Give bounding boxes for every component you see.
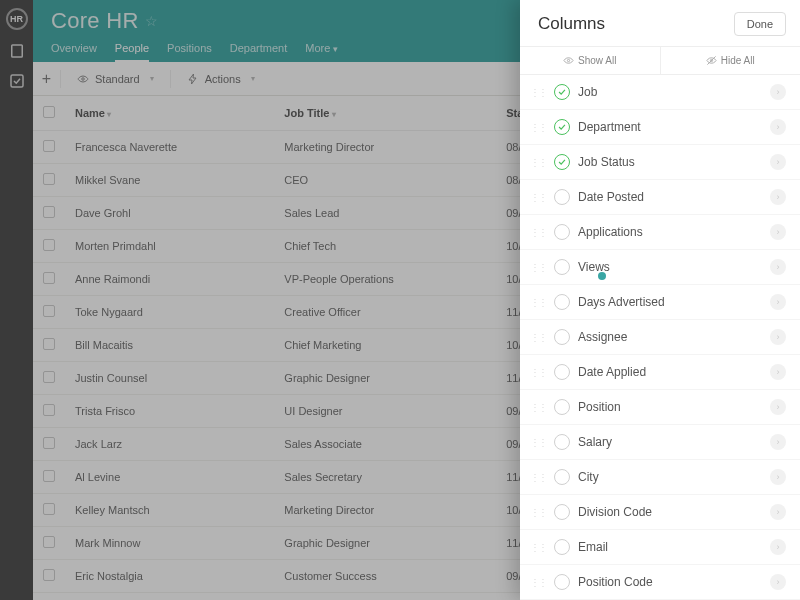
columns-panel: Columns Done Show All Hide All ⋮⋮ Job ›⋮… xyxy=(520,0,800,600)
column-label: Days Advertised xyxy=(578,295,762,309)
column-label: Division Code xyxy=(578,505,762,519)
chevron-right-icon[interactable]: › xyxy=(770,364,786,380)
circle-icon xyxy=(554,469,570,485)
chevron-right-icon[interactable]: › xyxy=(770,84,786,100)
drag-handle-icon[interactable]: ⋮⋮ xyxy=(530,157,546,168)
column-option[interactable]: ⋮⋮ Division Code › xyxy=(520,495,800,530)
circle-icon xyxy=(554,189,570,205)
circle-icon xyxy=(554,259,570,275)
show-all-button[interactable]: Show All xyxy=(520,47,661,74)
circle-icon xyxy=(554,399,570,415)
column-label: Salary xyxy=(578,435,762,449)
main-area: Core HR ☆ Overview People Positions Depa… xyxy=(33,0,800,600)
chevron-right-icon[interactable]: › xyxy=(770,329,786,345)
document-icon xyxy=(8,42,26,60)
drag-handle-icon[interactable]: ⋮⋮ xyxy=(530,332,546,343)
circle-icon xyxy=(554,224,570,240)
drag-handle-icon[interactable]: ⋮⋮ xyxy=(530,577,546,588)
circle-icon xyxy=(554,434,570,450)
chevron-right-icon[interactable]: › xyxy=(770,539,786,555)
chevron-right-icon[interactable]: › xyxy=(770,294,786,310)
columns-panel-actions: Show All Hide All xyxy=(520,46,800,75)
column-option[interactable]: ⋮⋮ Date Posted › xyxy=(520,180,800,215)
drag-handle-icon[interactable]: ⋮⋮ xyxy=(530,227,546,238)
done-button[interactable]: Done xyxy=(734,12,786,36)
drag-handle-icon[interactable]: ⋮⋮ xyxy=(530,192,546,203)
rail-item-doc[interactable] xyxy=(8,42,26,60)
eye-off-icon xyxy=(706,55,717,66)
column-option[interactable]: ⋮⋮ Position › xyxy=(520,390,800,425)
chevron-right-icon[interactable]: › xyxy=(770,189,786,205)
circle-icon xyxy=(554,539,570,555)
show-all-label: Show All xyxy=(578,55,616,66)
chevron-right-icon[interactable]: › xyxy=(770,434,786,450)
circle-icon xyxy=(554,364,570,380)
rail-item-check[interactable] xyxy=(8,72,26,90)
chevron-right-icon[interactable]: › xyxy=(770,259,786,275)
column-label: Views xyxy=(578,260,762,274)
column-option[interactable]: ⋮⋮ Applications › xyxy=(520,215,800,250)
column-label: Job Status xyxy=(578,155,762,169)
column-option[interactable]: ⋮⋮ Date Applied › xyxy=(520,355,800,390)
column-option[interactable]: ⋮⋮ City › xyxy=(520,460,800,495)
chevron-right-icon[interactable]: › xyxy=(770,574,786,590)
hide-all-label: Hide All xyxy=(721,55,755,66)
column-option[interactable]: ⋮⋮ Department › xyxy=(520,110,800,145)
app-logo[interactable]: HR xyxy=(6,8,28,30)
drag-handle-icon[interactable]: ⋮⋮ xyxy=(530,262,546,273)
drag-handle-icon[interactable]: ⋮⋮ xyxy=(530,367,546,378)
drag-handle-icon[interactable]: ⋮⋮ xyxy=(530,297,546,308)
chevron-right-icon[interactable]: › xyxy=(770,224,786,240)
drag-handle-icon[interactable]: ⋮⋮ xyxy=(530,402,546,413)
svg-point-3 xyxy=(567,59,569,61)
column-option[interactable]: ⋮⋮ Views › xyxy=(520,250,800,285)
column-label: Position Code xyxy=(578,575,762,589)
drag-handle-icon[interactable]: ⋮⋮ xyxy=(530,542,546,553)
column-label: Date Applied xyxy=(578,365,762,379)
hide-all-button[interactable]: Hide All xyxy=(661,47,801,74)
column-option[interactable]: ⋮⋮ Days Advertised › xyxy=(520,285,800,320)
column-label: Department xyxy=(578,120,762,134)
column-option[interactable]: ⋮⋮ Salary › xyxy=(520,425,800,460)
chevron-right-icon[interactable]: › xyxy=(770,504,786,520)
chevron-right-icon[interactable]: › xyxy=(770,469,786,485)
column-option[interactable]: ⋮⋮ Assignee › xyxy=(520,320,800,355)
drag-handle-icon[interactable]: ⋮⋮ xyxy=(530,472,546,483)
column-label: Date Posted xyxy=(578,190,762,204)
checkbox-icon xyxy=(8,72,26,90)
column-option[interactable]: ⋮⋮ Job Status › xyxy=(520,145,800,180)
column-label: Job xyxy=(578,85,762,99)
column-label: Position xyxy=(578,400,762,414)
column-option[interactable]: ⋮⋮ Email › xyxy=(520,530,800,565)
check-circle-icon xyxy=(554,119,570,135)
column-label: Email xyxy=(578,540,762,554)
drag-handle-icon[interactable]: ⋮⋮ xyxy=(530,87,546,98)
circle-icon xyxy=(554,504,570,520)
column-option[interactable]: ⋮⋮ Position Code › xyxy=(520,565,800,600)
eye-icon xyxy=(563,55,574,66)
check-circle-icon xyxy=(554,84,570,100)
chevron-right-icon[interactable]: › xyxy=(770,399,786,415)
drag-handle-icon[interactable]: ⋮⋮ xyxy=(530,437,546,448)
columns-panel-title: Columns xyxy=(538,14,605,34)
column-label: Applications xyxy=(578,225,762,239)
circle-icon xyxy=(554,294,570,310)
chevron-right-icon[interactable]: › xyxy=(770,154,786,170)
columns-panel-header: Columns Done xyxy=(520,0,800,46)
column-label: City xyxy=(578,470,762,484)
columns-list[interactable]: ⋮⋮ Job ›⋮⋮ Department ›⋮⋮ Job Status ›⋮⋮… xyxy=(520,75,800,600)
drag-handle-icon[interactable]: ⋮⋮ xyxy=(530,122,546,133)
check-circle-icon xyxy=(554,154,570,170)
left-rail: HR xyxy=(0,0,33,600)
svg-rect-1 xyxy=(11,75,23,87)
svg-rect-0 xyxy=(11,45,22,57)
column-label: Assignee xyxy=(578,330,762,344)
indicator-dot xyxy=(598,272,606,280)
column-option[interactable]: ⋮⋮ Job › xyxy=(520,75,800,110)
drag-handle-icon[interactable]: ⋮⋮ xyxy=(530,507,546,518)
circle-icon xyxy=(554,329,570,345)
circle-icon xyxy=(554,574,570,590)
chevron-right-icon[interactable]: › xyxy=(770,119,786,135)
